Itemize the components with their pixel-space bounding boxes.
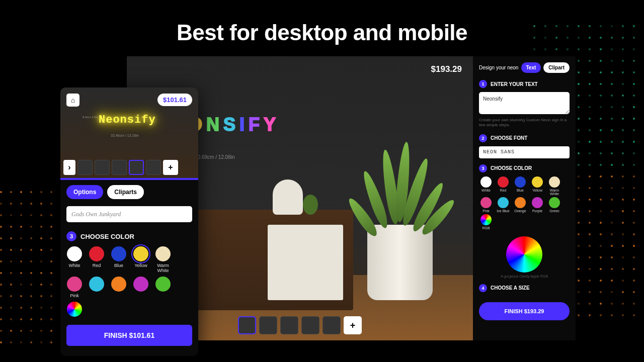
color-swatch-red[interactable]: Red bbox=[496, 176, 510, 196]
tab-options[interactable]: Options bbox=[66, 185, 103, 199]
color-swatch[interactable]: Warm White bbox=[155, 246, 171, 274]
color-swatch[interactable] bbox=[155, 277, 171, 299]
scene-thumb[interactable] bbox=[112, 160, 127, 175]
step-choose-size: 4 CHOOSE A SIZE bbox=[479, 284, 570, 292]
mobile-color-swatches: WhiteRedBlueYellowWarm WhitePink bbox=[66, 246, 192, 317]
text-input[interactable]: Neonsify bbox=[479, 92, 570, 114]
scene-thumb[interactable] bbox=[238, 316, 256, 334]
color-swatch-blue[interactable]: Blue bbox=[513, 176, 527, 196]
step-choose-color: 3 CHOOSE COLOR bbox=[479, 164, 570, 172]
color-swatch[interactable]: Blue bbox=[111, 246, 127, 274]
wheel-caption: A gorgeous Candy Apple RGB bbox=[479, 275, 570, 278]
desktop-dimensions: 30.69cm / 12.08in bbox=[195, 154, 235, 160]
mobile-preview-window: ⌂ $101.61 8.9cm 3.5in Neonsify 33.46cm /… bbox=[60, 87, 198, 356]
scene-thumb[interactable] bbox=[323, 316, 341, 334]
color-swatch-orange[interactable]: Orange bbox=[513, 197, 527, 213]
home-icon: ⌂ bbox=[71, 96, 75, 104]
scene-thumb[interactable] bbox=[95, 160, 110, 175]
color-swatch-white[interactable]: White bbox=[479, 176, 493, 196]
color-wheel[interactable] bbox=[506, 236, 542, 273]
add-scene-button[interactable]: + bbox=[163, 160, 178, 175]
step-number: 3 bbox=[66, 231, 76, 241]
desktop-thumbnails: + bbox=[238, 316, 362, 334]
step-number: 1 bbox=[479, 80, 487, 88]
color-swatch[interactable] bbox=[111, 277, 127, 299]
scene-thumb[interactable] bbox=[77, 160, 93, 175]
font-input[interactable] bbox=[66, 206, 192, 222]
color-swatch-pink[interactable]: Pink bbox=[479, 197, 493, 213]
step-label: CHOOSE FONT bbox=[491, 135, 527, 141]
tab-cliparts[interactable]: Cliparts bbox=[107, 185, 144, 199]
step-enter-text: 1 ENTER YOUR TEXT bbox=[479, 80, 570, 88]
desktop-sidebar: Design your neon Text Clipart 1 ENTER YO… bbox=[473, 56, 576, 340]
color-swatch[interactable] bbox=[89, 277, 105, 299]
color-swatch[interactable] bbox=[66, 302, 83, 317]
color-swatch-green[interactable]: Green bbox=[547, 197, 561, 213]
sidebar-title: Design your neon bbox=[479, 65, 518, 70]
color-swatch[interactable]: Red bbox=[89, 246, 105, 274]
step-number: 3 bbox=[479, 164, 487, 172]
step-label: CHOOSE COLOR bbox=[491, 165, 532, 171]
color-swatch-yellow[interactable]: Yellow bbox=[530, 176, 544, 196]
scene-thumb[interactable] bbox=[280, 316, 298, 334]
scene-thumb[interactable] bbox=[129, 160, 144, 175]
step-label: CHOOSE COLOR bbox=[80, 233, 134, 240]
font-selector[interactable]: NEON SANS bbox=[479, 146, 570, 158]
helper-text: Create your own stunning Custom Neon sig… bbox=[479, 118, 570, 128]
desktop-price: $193.29 bbox=[431, 64, 462, 74]
color-swatch-warm-white[interactable]: Warm White bbox=[547, 176, 561, 196]
thumb-next-button[interactable]: › bbox=[63, 160, 75, 175]
color-swatches: WhiteRedBlueYellowWarm WhitePinkIce Blue… bbox=[479, 176, 570, 230]
finish-button[interactable]: FINISH $101.61 bbox=[66, 325, 192, 346]
color-swatch-rgb[interactable]: RGB bbox=[479, 214, 493, 230]
step-choose-font: 2 CHOOSE FONT bbox=[479, 134, 570, 142]
step-label: CHOOSE A SIZE bbox=[491, 285, 530, 291]
small-plant bbox=[303, 195, 318, 215]
cabinet bbox=[187, 210, 353, 310]
color-swatch[interactable]: Pink bbox=[66, 277, 83, 299]
add-scene-button[interactable]: + bbox=[344, 316, 362, 334]
color-swatch-purple[interactable]: Purple bbox=[530, 197, 544, 213]
color-swatch-ice-blue[interactable]: Ice Blue bbox=[496, 197, 510, 213]
mobile-price: $101.61 bbox=[157, 94, 192, 106]
tab-text[interactable]: Text bbox=[521, 62, 541, 73]
mobile-dimensions-w: 33.46cm / 13.18in bbox=[111, 134, 139, 137]
mobile-scene: ⌂ $101.61 8.9cm 3.5in Neonsify 33.46cm /… bbox=[60, 87, 198, 178]
mobile-dimensions-h: 8.9cm 3.5in bbox=[83, 116, 98, 119]
mobile-neon-text: Neonsify bbox=[99, 114, 156, 126]
plant bbox=[347, 129, 453, 300]
mode-tabs: Text Clipart bbox=[521, 62, 570, 73]
mobile-thumbnails: › + bbox=[63, 160, 195, 175]
step-label: ENTER YOUR TEXT bbox=[491, 81, 538, 87]
vase bbox=[273, 179, 303, 215]
color-swatch[interactable]: Yellow bbox=[133, 246, 149, 274]
finish-button[interactable]: FINISH $193.29 bbox=[479, 302, 570, 320]
step-choose-color: 3 CHOOSE COLOR bbox=[66, 231, 192, 241]
home-button[interactable]: ⌂ bbox=[66, 94, 79, 107]
tab-clipart[interactable]: Clipart bbox=[543, 62, 570, 73]
step-number: 4 bbox=[479, 284, 487, 292]
scene-thumb[interactable] bbox=[259, 316, 277, 334]
scene-thumb[interactable] bbox=[301, 316, 319, 334]
step-number: 2 bbox=[479, 134, 487, 142]
bg-dots-left bbox=[0, 191, 60, 352]
color-swatch[interactable] bbox=[133, 277, 149, 299]
color-swatch[interactable]: White bbox=[66, 246, 83, 274]
scene-thumb[interactable] bbox=[146, 160, 161, 175]
mobile-tabs: Options Cliparts bbox=[66, 185, 192, 199]
hero-title: Best for desktop and mobile bbox=[0, 20, 644, 45]
